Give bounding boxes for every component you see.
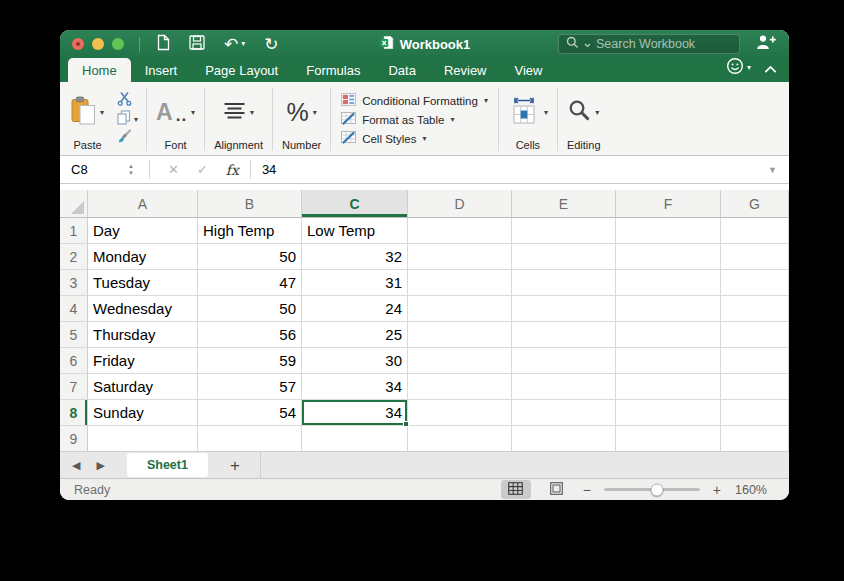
cells-icon[interactable] [508,97,540,129]
row-header-2[interactable]: 2 [60,244,88,270]
cell-C1[interactable]: Low Temp [302,218,408,244]
percent-icon[interactable]: % [286,100,308,125]
tab-formulas[interactable]: Formulas [292,58,374,82]
expand-formula-bar-icon[interactable]: ▼ [768,165,777,175]
fill-handle[interactable] [403,421,409,427]
tab-view[interactable]: View [501,58,557,82]
editing-caret-icon[interactable]: ▾ [595,109,599,117]
cell-E5[interactable] [512,322,616,348]
cell-A9[interactable] [88,426,198,451]
zoom-out-icon[interactable]: − [583,483,591,497]
save-icon[interactable] [189,35,205,54]
cell-D1[interactable] [408,218,512,244]
enter-icon[interactable]: ✓ [197,162,208,177]
copy-button[interactable]: ▾ [117,110,138,129]
cell-B9[interactable] [198,426,302,451]
cell-D6[interactable] [408,348,512,374]
cell-C7[interactable]: 34 [302,374,408,400]
row-header-4[interactable]: 4 [60,296,88,322]
page-layout-view-button[interactable] [542,480,572,499]
cell-G5[interactable] [721,322,789,348]
cell-styles-button[interactable]: Cell Styles ▾ [341,131,426,146]
format-painter-button[interactable] [117,129,132,148]
number-label[interactable]: Number [282,137,321,151]
column-header-B[interactable]: B [198,190,302,218]
row-header-8[interactable]: 8 [60,400,88,426]
cell-G3[interactable] [721,270,789,296]
cell-F8[interactable] [616,400,721,426]
sheet-tab-sheet1[interactable]: Sheet1 [127,453,208,477]
zoom-slider[interactable] [604,488,700,491]
cell-C8[interactable]: 34 [302,400,408,426]
stepper-up-icon[interactable]: ▲ [128,163,134,169]
redo-icon[interactable]: ↻ [264,36,278,53]
copy-caret-icon[interactable]: ▾ [134,116,138,124]
cell-A1[interactable]: Day [88,218,198,244]
conditional-formatting-button[interactable]: Conditional Formatting ▾ [341,93,488,108]
cell-F9[interactable] [616,426,721,451]
cell-G9[interactable] [721,426,789,451]
cell-A7[interactable]: Saturday [88,374,198,400]
search-workbook-field[interactable]: Search Workbook [558,34,740,54]
cell-E3[interactable] [512,270,616,296]
feedback-button[interactable]: ▾ [726,57,751,79]
zoom-level[interactable]: 160% [735,483,767,497]
cell-E9[interactable] [512,426,616,451]
cell-C2[interactable]: 32 [302,244,408,270]
cell-E1[interactable] [512,218,616,244]
close-button[interactable] [72,38,84,50]
cell-D7[interactable] [408,374,512,400]
cells-label[interactable]: Cells [516,137,540,151]
cut-button[interactable] [117,91,132,110]
tab-insert[interactable]: Insert [131,58,192,82]
font-label[interactable]: Font [165,137,187,151]
cell-B5[interactable]: 56 [198,322,302,348]
cell-A4[interactable]: Wednesday [88,296,198,322]
tab-data[interactable]: Data [374,58,429,82]
normal-view-button[interactable] [501,480,531,499]
alignment-label[interactable]: Alignment [214,137,263,151]
font-icon[interactable]: A [156,101,173,124]
cell-F5[interactable] [616,322,721,348]
prev-sheet-icon[interactable]: ◀ [72,460,80,471]
zoom-button[interactable] [112,38,124,50]
collapse-ribbon-button[interactable] [764,59,777,77]
cell-F7[interactable] [616,374,721,400]
cell-B4[interactable]: 50 [198,296,302,322]
cell-E7[interactable] [512,374,616,400]
cell-A5[interactable]: Thursday [88,322,198,348]
cell-F3[interactable] [616,270,721,296]
cell-C9[interactable] [302,426,408,451]
cell-G6[interactable] [721,348,789,374]
cell-D9[interactable] [408,426,512,451]
search-scope-chevron-icon[interactable] [584,37,591,51]
cell-A6[interactable]: Friday [88,348,198,374]
undo-caret-icon[interactable]: ▾ [241,40,245,48]
cell-B6[interactable]: 59 [198,348,302,374]
zoom-in-icon[interactable]: + [713,483,721,497]
row-header-6[interactable]: 6 [60,348,88,374]
formula-input[interactable]: 34 [262,162,276,177]
name-box-stepper[interactable]: ▲ ▼ [122,163,140,176]
cell-E6[interactable] [512,348,616,374]
cell-G4[interactable] [721,296,789,322]
cell-B2[interactable]: 50 [198,244,302,270]
cell-F1[interactable] [616,218,721,244]
cell-C3[interactable]: 31 [302,270,408,296]
stepper-down-icon[interactable]: ▼ [128,170,134,176]
cell-D4[interactable] [408,296,512,322]
cell-A8[interactable]: Sunday [88,400,198,426]
number-caret-icon[interactable]: ▾ [313,109,317,117]
row-header-1[interactable]: 1 [60,218,88,244]
cell-B7[interactable]: 57 [198,374,302,400]
column-header-E[interactable]: E [512,190,616,218]
cell-D5[interactable] [408,322,512,348]
cell-G8[interactable] [721,400,789,426]
column-header-D[interactable]: D [408,190,512,218]
row-header-3[interactable]: 3 [60,270,88,296]
tab-page-layout[interactable]: Page Layout [191,58,292,82]
insert-function-icon[interactable]: fx [226,162,239,178]
cell-D8[interactable] [408,400,512,426]
cells-caret-icon[interactable]: ▾ [544,109,548,117]
column-header-F[interactable]: F [616,190,721,218]
